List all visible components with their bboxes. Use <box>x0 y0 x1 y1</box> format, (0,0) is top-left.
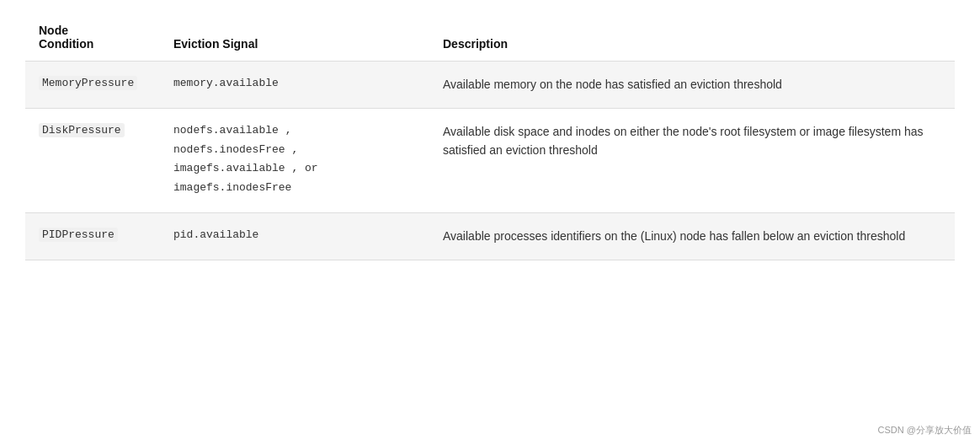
header-eviction-signal: Eviction Signal <box>160 17 429 62</box>
description-cell: Available processes identifiers on the (… <box>429 212 955 260</box>
eviction-signal-item: nodefs.inodesFree , <box>173 142 416 159</box>
header-condition: Node Condition <box>25 17 160 62</box>
condition-cell: MemoryPressure <box>25 62 160 109</box>
eviction-table: Node Condition Eviction Signal Descripti… <box>25 17 955 260</box>
table-body: MemoryPressurememory.availableAvailable … <box>25 62 955 260</box>
table-row: PIDPressurepid.availableAvailable proces… <box>25 212 955 260</box>
eviction-signal-item: imagefs.available , or <box>173 160 416 178</box>
table-row: DiskPressurenodefs.available ,nodefs.ino… <box>25 108 955 212</box>
eviction-signal-cell: nodefs.available ,nodefs.inodesFree ,ima… <box>160 108 429 212</box>
header-description: Description <box>429 17 955 62</box>
description-cell: Available memory on the node has satisfi… <box>429 62 955 109</box>
main-table-container: Node Condition Eviction Signal Descripti… <box>25 17 955 260</box>
eviction-signal-item: imagefs.inodesFree <box>173 180 416 197</box>
condition-cell: DiskPressure <box>25 108 160 212</box>
eviction-signal-cell: pid.available <box>160 212 429 260</box>
watermark: CSDN @分享放大价值 <box>878 424 972 437</box>
description-cell: Available disk space and inodes on eithe… <box>429 108 955 212</box>
eviction-signal-item: nodefs.available , <box>173 122 416 140</box>
table-row: MemoryPressurememory.availableAvailable … <box>25 62 955 109</box>
eviction-signal-item: pid.available <box>173 227 416 244</box>
eviction-signal-item: memory.available <box>173 75 416 93</box>
eviction-signal-cell: memory.available <box>160 62 429 109</box>
condition-cell: PIDPressure <box>25 212 160 260</box>
table-header: Node Condition Eviction Signal Descripti… <box>25 17 955 62</box>
